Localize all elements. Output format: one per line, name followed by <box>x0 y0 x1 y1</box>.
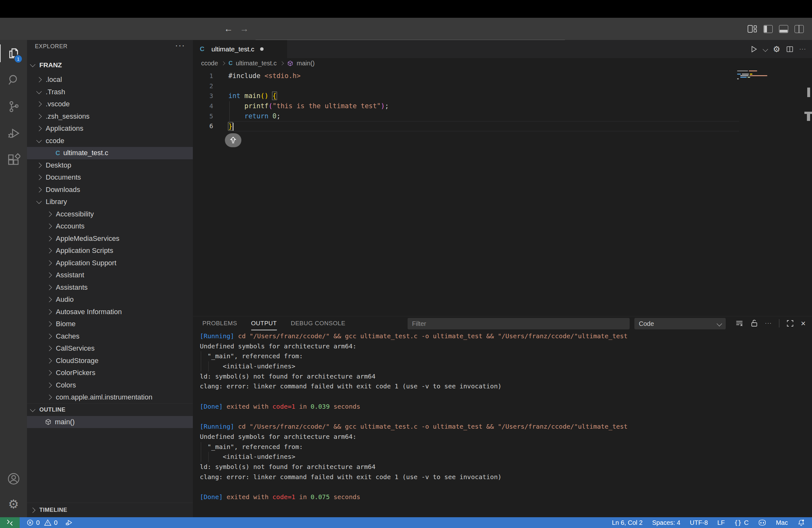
outline-section-header[interactable]: OUTLINE <box>27 403 193 416</box>
sidebar-item-run-debug[interactable] <box>0 120 27 147</box>
unlock-icon[interactable] <box>751 319 758 327</box>
code-editor[interactable]: #include <stdio.h>int main() { printf("t… <box>228 71 739 131</box>
eol-sequence[interactable]: LF <box>717 519 725 526</box>
tree-item-label: Accessibility <box>56 210 94 218</box>
language-mode[interactable]: {} C <box>734 519 749 526</box>
tree-item[interactable]: Assistants <box>27 282 193 294</box>
tree-item-label: Biome <box>56 320 75 328</box>
tree-item-label: AppleMediaServices <box>56 234 119 243</box>
tree-item[interactable]: CallServices <box>27 342 193 355</box>
sidebar-item-search[interactable] <box>0 67 27 93</box>
chevron-right-icon <box>37 77 42 83</box>
toggle-secondary-sidebar-icon[interactable] <box>795 25 804 33</box>
breadcrumb-file[interactable]: ultimate_test.c <box>236 60 277 67</box>
encoding[interactable]: UTF-8 <box>690 519 708 526</box>
tree-item[interactable]: .local <box>27 74 193 86</box>
chevron-right-icon <box>37 114 42 119</box>
tree-item[interactable]: .zsh_sessions <box>27 111 193 123</box>
macos-menubar-strip <box>0 0 812 18</box>
breadcrumb-folder[interactable]: ccode <box>201 60 218 67</box>
tree-item[interactable]: .vscode <box>27 98 193 111</box>
workspace-root-header[interactable]: FRANZ <box>27 58 193 72</box>
tree-item[interactable]: AppleMediaServices <box>27 232 193 245</box>
breadcrumb[interactable]: ccode C ultimate_test.c main() <box>193 58 812 69</box>
overview-ruler-mark <box>807 88 810 97</box>
back-arrow-icon[interactable]: ← <box>221 18 235 40</box>
tab-ultimate-test[interactable]: C ultimate_test.c <box>193 40 287 58</box>
line-number: 5 <box>193 111 213 122</box>
customize-layout-icon[interactable] <box>748 25 757 33</box>
tree-item[interactable]: Application Support <box>27 257 193 269</box>
remote-indicator[interactable] <box>0 517 20 528</box>
tree-item[interactable]: .Trash <box>27 86 193 98</box>
breadcrumb-symbol[interactable]: main() <box>296 60 315 67</box>
explorer-more-actions-icon[interactable]: ··· <box>175 41 185 51</box>
indentation[interactable]: Spaces: 4 <box>652 519 680 526</box>
tree-item-label: CallServices <box>56 344 95 353</box>
close-panel-icon[interactable]: × <box>801 318 806 328</box>
forward-arrow-icon[interactable]: → <box>237 18 251 40</box>
tree-item[interactable]: Assistant <box>27 269 193 282</box>
tree-item[interactable]: CloudStorage <box>27 355 193 367</box>
more-actions-icon[interactable]: ··· <box>799 46 806 52</box>
toggle-sidebar-icon[interactable] <box>764 25 773 33</box>
tree-item[interactable]: Applications <box>27 123 193 135</box>
maximize-panel-icon[interactable] <box>786 319 794 327</box>
dirty-indicator-icon[interactable] <box>260 47 264 51</box>
os-indicator[interactable]: Mac <box>776 519 788 526</box>
tree-item[interactable]: Library <box>27 196 193 208</box>
notifications[interactable] <box>797 519 805 526</box>
timeline-section-header[interactable]: TIMELINE <box>27 503 193 517</box>
tree-item[interactable]: Accessibility <box>27 208 193 220</box>
tree-item[interactable]: Colors <box>27 379 193 391</box>
output-console[interactable]: [Running] cd "/Users/franz/ccode/" && gc… <box>200 331 628 502</box>
toggle-panel-icon[interactable] <box>779 25 788 33</box>
cursor-position[interactable]: Ln 6, Col 2 <box>612 519 643 526</box>
run-dropdown-icon[interactable] <box>763 46 768 52</box>
more-actions-icon[interactable]: ··· <box>765 320 772 326</box>
error-count: 0 <box>36 519 40 526</box>
tree-item-label: Audio <box>56 296 74 304</box>
tree-item[interactable]: Accounts <box>27 220 193 232</box>
tree-item[interactable]: Cultimate_test.c <box>27 147 193 159</box>
search-icon <box>7 73 20 87</box>
tree-item[interactable]: Application Scripts <box>27 245 193 257</box>
tree-item[interactable]: Documents <box>27 171 193 184</box>
output-channel-value: Code <box>639 320 654 327</box>
panel-tab-problems[interactable]: PROBLEMS <box>202 316 237 330</box>
line-numbers: 123456 <box>193 71 213 131</box>
tree-item[interactable]: Downloads <box>27 184 193 196</box>
output-channel-select[interactable]: Code <box>634 318 726 329</box>
tree-item[interactable]: Autosave Information <box>27 306 193 318</box>
tree-item[interactable]: ccode <box>27 135 193 147</box>
sidebar-item-explorer[interactable]: 1 <box>0 40 27 67</box>
debug-status[interactable] <box>65 519 73 526</box>
tree-item[interactable]: Desktop <box>27 159 193 172</box>
status-bar: 0 0 Ln 6, Col 2 Spaces: 4 UTF-8 LF {} C <box>0 517 812 528</box>
remote-icon <box>6 519 13 526</box>
problems-status[interactable]: 0 0 <box>27 519 57 526</box>
tree-item-label: .Trash <box>46 88 66 96</box>
outline-item-main[interactable]: main() <box>27 416 193 428</box>
minimap[interactable] <box>737 70 785 80</box>
settings-gear-icon[interactable]: ⚙ <box>773 45 780 53</box>
sidebar-item-source-control[interactable] <box>0 93 27 120</box>
tree-item[interactable]: com.apple.aiml.instrumentation <box>27 391 193 404</box>
tree-item[interactable]: Caches <box>27 330 193 343</box>
panel-tab-output[interactable]: OUTPUT <box>251 316 277 330</box>
tree-item[interactable]: ColorPickers <box>27 367 193 379</box>
run-icon[interactable] <box>750 45 758 53</box>
tree-item[interactable]: Biome <box>27 318 193 330</box>
sidebar-item-extensions[interactable] <box>0 147 27 173</box>
account-button[interactable] <box>0 472 27 485</box>
tree-item[interactable]: Audio <box>27 294 193 306</box>
copilot-status[interactable] <box>758 519 766 526</box>
inline-chat-button[interactable] <box>225 133 241 147</box>
output-filter-input[interactable]: Filter <box>408 318 629 329</box>
settings-button[interactable]: ⚙ <box>0 498 27 510</box>
chevron-right-icon <box>47 236 52 241</box>
chevron-right-icon <box>47 346 52 351</box>
clear-output-icon[interactable] <box>735 319 743 327</box>
split-editor-icon[interactable] <box>786 45 794 53</box>
panel-tab-debug-console[interactable]: DEBUG CONSOLE <box>291 316 345 330</box>
